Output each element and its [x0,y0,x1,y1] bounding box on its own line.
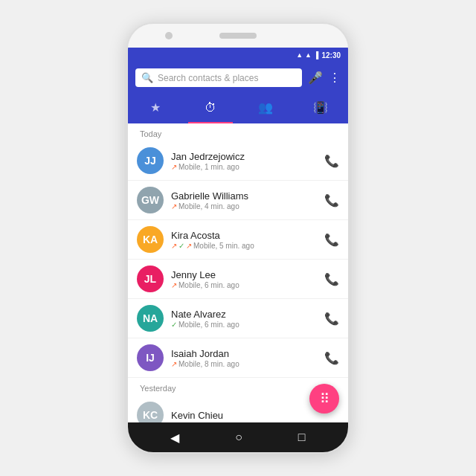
signal-icon: ▲ [296,51,303,59]
call-icon[interactable]: 📞 [324,233,339,247]
avatar: NA [137,305,164,332]
wifi-icon: ▲ [305,51,312,59]
search-placeholder: Search contacts & places [158,73,296,83]
contact-detail: ↗ Mobile, 1 min. ago [171,163,324,171]
call-icon[interactable]: 📞 [324,193,339,208]
voicemail-icon: 📳 [313,100,328,115]
list-item[interactable]: JL Jenny Lee ↗ Mobile, 6 min. ago 📞 [128,260,348,299]
status-time: 12:30 [321,51,341,60]
battery-icon: ▐ [314,51,318,59]
contact-detail: ↗ ✓ ↗ Mobile, 5 min. ago [171,242,324,250]
checkmark-icon: ✓ [171,321,177,329]
tabs-bar: ★ ⏱ 👥 📳 [128,93,348,123]
call-arrow-icon: ↗ [171,360,177,368]
contact-info: Kira Acosta ↗ ✓ ↗ Mobile, 5 min. ago [171,230,324,250]
contact-detail: ✓ Mobile, 6 min. ago [171,321,324,329]
app-bar: 🔍 Search contacts & places 🎤 ⋮ [128,62,348,93]
contact-name: Isaiah Jordan [171,348,324,359]
contact-name: Jenny Lee [171,269,324,280]
call-arrow-icon: ↗ [171,202,177,210]
mic-icon[interactable]: 🎤 [308,71,323,85]
phone-speaker [219,33,257,39]
avatar: KA [137,226,164,253]
tab-voicemail[interactable]: 📳 [293,93,348,122]
call-icon[interactable]: 📞 [324,154,339,168]
call-arrow-icon: ↗ [171,242,177,250]
contact-detail: ↗ Mobile, 6 min. ago [171,281,324,289]
list-item[interactable]: NA Nate Alvarez ✓ Mobile, 6 min. ago 📞 [128,299,348,338]
nav-bar: ◀ ○ □ [128,422,348,452]
search-icon: 🔍 [141,72,153,83]
tab-favorites[interactable]: ★ [128,93,183,122]
call-icon[interactable]: 📞 [324,272,339,286]
contact-name: Gabrielle Williams [171,190,324,202]
checkmark-icon: ✓ [178,242,184,250]
recents-button[interactable]: □ [298,431,306,444]
status-icons: ▲ ▲ ▐ [296,51,318,59]
contact-name: Kevin Chieu [171,410,339,421]
contact-info: Gabrielle Williams ↗ Mobile, 4 min. ago [171,190,324,210]
home-button[interactable]: ○ [235,431,242,444]
back-button[interactable]: ◀ [170,431,179,445]
call-arrow-icon: ↗ [171,163,177,171]
contact-info: Jan Jedrzejowicz ↗ Mobile, 1 min. ago [171,151,324,171]
dialpad-icon: ⠿ [320,390,329,407]
list-item[interactable]: IJ Isaiah Jordan ↗ Mobile, 8 min. ago 📞 [128,338,348,378]
contact-info: Isaiah Jordan ↗ Mobile, 8 min. ago [171,348,324,368]
recent-icon: ⏱ [205,101,216,115]
contact-info: Jenny Lee ↗ Mobile, 6 min. ago [171,269,324,289]
avatar: GW [137,187,164,213]
avatar: JJ [137,147,164,174]
avatar: JL [137,266,164,292]
list-item[interactable]: GW Gabrielle Williams ↗ Mobile, 4 min. a… [128,181,348,220]
list-item[interactable]: KA Kira Acosta ↗ ✓ ↗ Mobile, 5 min. ago … [128,220,348,260]
contact-info: Kevin Chieu [171,410,339,421]
search-bar[interactable]: 🔍 Search contacts & places [135,68,302,87]
call-arrow-icon: ↗ [186,242,192,250]
contact-detail: ↗ Mobile, 8 min. ago [171,360,324,368]
list-item[interactable]: JJ Jan Jedrzejowicz ↗ Mobile, 1 min. ago… [128,141,348,181]
more-options-icon[interactable]: ⋮ [329,71,341,85]
tab-recent[interactable]: ⏱ [183,93,238,122]
content-area: Today JJ Jan Jedrzejowicz ↗ Mobile, 1 mi… [128,123,348,422]
contact-detail: ↗ Mobile, 4 min. ago [171,202,324,210]
phone-frame: ▲ ▲ ▐ 12:30 🔍 Search contacts & places 🎤… [126,22,350,454]
call-arrow-icon: ↗ [171,281,177,289]
contact-info: Nate Alvarez ✓ Mobile, 6 min. ago [171,309,324,329]
call-icon[interactable]: 📞 [324,351,339,365]
call-icon[interactable]: 📞 [324,312,339,326]
contacts-icon: 👥 [258,100,273,115]
contact-name: Jan Jedrzejowicz [171,151,324,162]
avatar: IJ [137,344,164,371]
phone-top-bar [128,24,348,48]
section-today: Today [128,123,348,141]
favorites-icon: ★ [150,100,161,115]
contact-name: Nate Alvarez [171,309,324,320]
avatar: KC [137,402,164,422]
tab-contacts[interactable]: 👥 [238,93,293,122]
dialpad-fab[interactable]: ⠿ [309,384,339,414]
status-bar: ▲ ▲ ▐ 12:30 [128,48,348,62]
contact-name: Kira Acosta [171,230,324,241]
phone-camera [165,32,173,39]
